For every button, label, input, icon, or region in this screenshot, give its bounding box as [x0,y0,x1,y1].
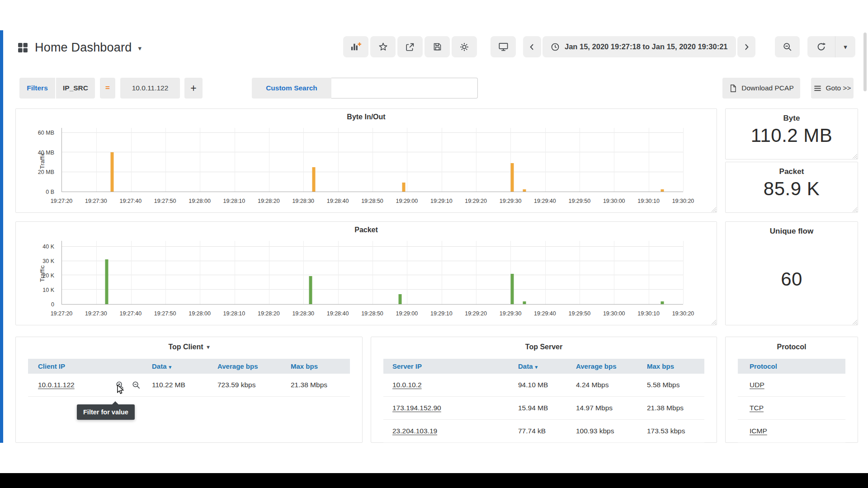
chart-bar [511,274,514,304]
time-range-controls: Jan 15, 2020 19:27:18 to Jan 15, 2020 19… [523,36,755,57]
x-tick-label: 19:29:20 [465,198,487,204]
filter-out-value-icon[interactable] [132,380,141,390]
cell-data: 94.10 MB [518,381,576,389]
cell-data: 110.22 MB [152,381,217,389]
table-header-row: Server IP Data▾ Average bps Max bps [383,359,704,374]
top-server-table: Server IP Data▾ Average bps Max bps 10.0… [383,359,704,443]
cell-max-bps: 21.38 Mbps [647,404,704,412]
col-header-data[interactable]: Data▾ [152,362,217,370]
x-tick-label: 19:27:40 [119,198,142,204]
resize-handle-icon[interactable] [711,207,716,212]
y-tick-label: 20 MB [38,169,54,175]
col-header-data[interactable]: Data▾ [518,362,576,370]
protocol-card: Protocol Protocol UDP TCP ICMP [725,337,858,443]
chart-bar [523,301,526,304]
time-prev-button[interactable] [523,36,541,57]
client-ip-link[interactable]: 10.0.11.122 [38,381,75,389]
resize-handle-icon[interactable] [852,154,857,159]
y-tick-label: 40 MB [38,150,54,156]
dashboard-grid-icon[interactable] [17,42,28,53]
cell-max-bps: 21.38 Mbps [291,381,350,389]
custom-search-input[interactable] [331,78,478,99]
filters-button[interactable]: Filters [19,78,55,99]
refresh-icon [816,42,826,52]
display-mode-button[interactable] [491,36,516,57]
grid-line [614,128,614,192]
x-tick-label: 19:29:50 [568,310,590,317]
chart-bar [661,189,664,192]
filter-for-value-icon[interactable] [115,380,125,390]
grid-line [96,128,97,192]
filter-field-chip[interactable]: IP_SRC [56,78,95,99]
y-tick-label: 30 K [42,258,54,264]
resize-handle-icon[interactable] [852,207,857,212]
title-caret-down-icon[interactable]: ▾ [138,42,142,52]
chart-bar [105,259,108,304]
x-axis-ticks: 19:27:2019:27:3019:27:4019:27:5019:28:00… [61,310,683,318]
grid-line [303,241,304,304]
grid-line [200,241,200,304]
grid-line [373,128,373,192]
chart-bar [399,294,402,304]
stat-title: Byte [726,114,858,123]
grid-line [235,128,235,192]
top-server-card: Top Server Server IP Data▾ Average bps M… [371,337,717,443]
settings-button[interactable] [452,36,477,57]
protocol-link[interactable]: UDP [750,381,764,389]
x-axis-ticks: 19:27:2019:27:3019:27:4019:27:5019:28:00… [61,198,683,205]
x-tick-label: 19:28:40 [327,198,349,204]
server-ip-link[interactable]: 10.0.10.2 [392,381,422,389]
x-tick-label: 19:29:00 [396,198,418,204]
favorite-button[interactable] [370,36,396,57]
goto-button[interactable]: Goto >> [811,78,854,99]
chart-plot-area [61,128,683,192]
protocol-table: Protocol UDP TCP ICMP [738,359,845,443]
cell-average-bps: 723.59 kbps [217,381,291,389]
protocol-link[interactable]: ICMP [750,427,767,435]
share-button[interactable] [397,36,423,57]
grid-line [580,128,580,192]
chart-bar [309,276,312,304]
x-tick-label: 19:30:20 [672,310,694,317]
resize-handle-icon[interactable] [852,319,857,324]
scrollbar-thumb[interactable] [863,33,867,91]
packet-stat-card: Packet 85.9 K [725,162,858,213]
y-tick-label: 10 K [42,287,54,293]
table-row: 10.0.11.122 110.22 MB 723.59 kbps 21.38 … [28,374,350,397]
server-ip-link[interactable]: 173.194.152.90 [392,404,441,412]
x-tick-label: 19:28:50 [361,198,383,204]
refresh-dropdown-button[interactable]: ▾ [835,36,855,57]
filter-operator-chip[interactable]: = [100,78,115,99]
download-pcap-button[interactable]: Download PCAP [722,78,800,99]
y-tick-label: 40 K [42,244,54,250]
refresh-controls: ▾ [807,36,855,57]
add-chart-button[interactable] [343,36,368,57]
x-tick-label: 19:28:10 [223,310,245,317]
caret-down-icon[interactable]: ▾ [207,344,210,350]
table-row: ICMP [738,420,845,443]
chevron-left-icon [528,42,537,52]
zoom-out-time-button[interactable] [775,36,800,57]
byte-in-out-chart-card: Byte In/Out Traffic 0 B20 MB40 MB60 MB 1… [15,108,717,213]
protocol-link[interactable]: TCP [750,404,764,412]
grid-line [649,128,649,192]
grid-line [649,241,649,304]
x-tick-label: 19:30:10 [637,310,660,317]
grid-line [269,241,269,304]
grid-line [580,241,580,304]
x-tick-label: 19:28:20 [258,310,280,317]
resize-handle-icon[interactable] [711,319,716,324]
filter-value-chip[interactable]: 10.0.11.122 [120,78,180,99]
time-next-button[interactable] [737,36,755,57]
server-ip-link[interactable]: 23.204.103.19 [392,427,437,435]
save-button[interactable] [425,36,450,57]
table-row: 10.0.10.2 94.10 MB 4.24 Mbps 5.58 Mbps [383,374,704,397]
refresh-button[interactable] [807,36,835,57]
time-range-display[interactable]: Jan 15, 2020 19:27:18 to Jan 15, 2020 19… [542,36,736,57]
x-tick-label: 19:27:50 [154,198,176,204]
x-tick-label: 19:29:20 [465,310,487,317]
filter-bar: Filters IP_SRC = 10.0.11.122 + [19,78,203,99]
time-range-text: Jan 15, 2020 19:27:18 to Jan 15, 2020 19… [565,42,728,51]
stat-title: Unique flow [726,227,858,236]
add-filter-button[interactable]: + [184,78,203,99]
